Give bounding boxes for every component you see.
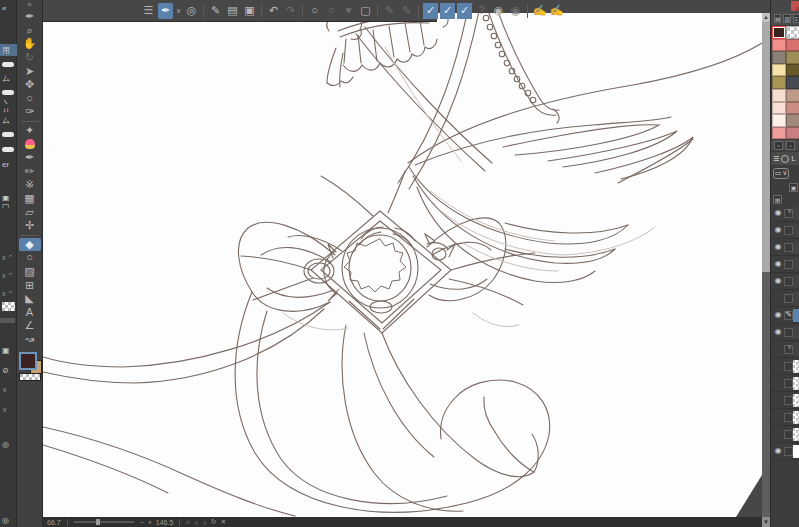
layer-row[interactable]: ◉ xyxy=(771,273,799,290)
view-control-icon[interactable]: ○ xyxy=(194,519,198,526)
redo-icon[interactable]: ↷ xyxy=(283,3,298,19)
marker-tool-icon[interactable]: ✒ xyxy=(19,10,41,24)
scroll-up-icon[interactable]: ▲ xyxy=(762,13,770,22)
layer-checkbox[interactable] xyxy=(784,243,793,252)
color-swatch[interactable] xyxy=(772,89,786,102)
color-swatch[interactable] xyxy=(786,39,799,52)
cropped-panel-fragment[interactable] xyxy=(0,300,17,312)
layer-checkbox[interactable] xyxy=(784,396,793,405)
layer-visibility-icon[interactable]: ◉ xyxy=(773,242,783,252)
pencil-tool-icon[interactable]: ✏ xyxy=(19,165,41,179)
hand-tool-icon[interactable]: ✋ xyxy=(19,37,41,51)
invert-selection-icon[interactable]: ♥ xyxy=(341,3,356,19)
color-swatch[interactable] xyxy=(772,76,786,89)
collapse-icon[interactable]: « xyxy=(27,0,31,10)
cropped-panel-fragment[interactable]: ◎ xyxy=(0,438,17,450)
layer-visibility-icon[interactable] xyxy=(773,378,783,388)
cropped-panel-fragment[interactable]: ∨ xyxy=(0,384,17,396)
color-swatch[interactable] xyxy=(786,76,799,89)
cropped-panel-fragment[interactable]: ▣ ▢ xyxy=(0,196,17,208)
layer-visibility-icon[interactable] xyxy=(773,293,783,303)
polyline-tool-icon[interactable]: ∠ xyxy=(19,319,41,333)
layer-visibility-icon[interactable]: ◉ xyxy=(773,259,783,269)
clear-outside-icon[interactable]: ✎ xyxy=(399,3,414,19)
cropped-panel-fragment[interactable]: « xyxy=(0,2,17,14)
wand-tool-icon[interactable]: ✦ xyxy=(19,124,41,138)
main-color-swatch[interactable] xyxy=(19,352,37,370)
ellipse-tool-icon[interactable]: ○ xyxy=(19,251,41,265)
layer-row[interactable] xyxy=(771,392,799,409)
save-file-icon[interactable]: ▣ xyxy=(242,3,257,19)
layer-row[interactable]: ◉∨ xyxy=(771,205,799,222)
layer-row[interactable]: ∨ xyxy=(771,341,799,358)
color-set-header-icon[interactable]: ▤ xyxy=(774,14,781,23)
tool-property-strip[interactable]: «用ムくりムer▣ ▢x ⌃x ⌃x ⌃▣⊘∨∨◎◎ xyxy=(0,0,17,527)
scroll-down-icon[interactable]: ▼ xyxy=(762,517,770,527)
tool-dropdown-icon[interactable]: ∨ xyxy=(175,3,182,19)
eyedropper-tool-icon[interactable]: ✑ xyxy=(19,105,41,119)
color-set-footer-icon[interactable]: ▫ xyxy=(786,141,795,150)
layer-row[interactable]: ◉ xyxy=(771,222,799,239)
register-icon[interactable]: ◎ xyxy=(184,3,199,19)
layer-row[interactable]: ◉ xyxy=(771,443,799,460)
layer-visibility-icon[interactable]: ◉ xyxy=(773,310,783,320)
layer-visibility-icon[interactable]: ◉ xyxy=(773,276,783,286)
view-control-icon[interactable]: ✕ xyxy=(221,518,227,526)
layer-row[interactable] xyxy=(771,358,799,375)
pen-tool-icon[interactable]: ✒ xyxy=(19,151,41,165)
rotate-view-tool-icon[interactable]: ↻ xyxy=(19,51,41,65)
view-control-icon[interactable]: ↻ xyxy=(211,518,217,526)
main-menu-icon[interactable]: ☰ xyxy=(141,3,156,19)
cropped-panel-fragment[interactable] xyxy=(0,143,17,155)
layer-visibility-icon[interactable]: ◉ xyxy=(773,327,783,337)
undo-icon[interactable]: ↶ xyxy=(266,3,281,19)
new-folder-icon[interactable]: ▣ xyxy=(789,183,798,192)
zoom-tool-icon[interactable]: ⌕ xyxy=(19,24,41,38)
custom-brush-tool-icon[interactable] xyxy=(19,137,41,151)
lasso-tool-icon[interactable]: ○ xyxy=(19,92,41,106)
cropped-panel-fragment[interactable] xyxy=(0,128,17,140)
eraser-tool-icon[interactable]: ▱ xyxy=(19,205,41,219)
gradient-tool-icon[interactable]: ▨ xyxy=(19,265,41,279)
canvas-vertical-scrollbar[interactable]: ▲ xyxy=(762,13,770,517)
clear-icon[interactable]: ✎ xyxy=(382,3,397,19)
layer-visibility-icon[interactable] xyxy=(773,395,783,405)
zoom-out-button[interactable]: − xyxy=(140,519,144,526)
layer-checkbox[interactable] xyxy=(784,430,793,439)
cropped-panel-fragment[interactable] xyxy=(0,58,17,70)
layer-visibility-icon[interactable] xyxy=(773,361,783,371)
layer-row[interactable]: ◉ xyxy=(771,324,799,341)
cropped-panel-fragment[interactable]: ◎ xyxy=(0,514,17,526)
cropped-panel-fragment[interactable] xyxy=(0,318,15,323)
layer-row[interactable] xyxy=(771,375,799,392)
scrollbar-thumb[interactable] xyxy=(762,22,770,272)
layer-visibility-icon[interactable]: ◉ xyxy=(773,208,783,218)
help-icon[interactable]: ? xyxy=(474,3,489,19)
zoom-slider[interactable] xyxy=(74,521,134,523)
layer-visibility-icon[interactable]: ◉ xyxy=(773,225,783,235)
canvas[interactable] xyxy=(43,13,762,517)
folder-chevron-icon[interactable]: ∨ xyxy=(787,207,792,215)
cropped-panel-fragment[interactable]: くり xyxy=(0,100,17,112)
fill-tool-icon[interactable]: ◣ xyxy=(19,292,41,306)
text-tool-icon[interactable]: A xyxy=(19,305,41,319)
layer-row[interactable]: ◉✎ xyxy=(771,307,799,324)
cropped-panel-fragment[interactable]: ム xyxy=(0,114,17,126)
new-file-icon[interactable]: ✎ xyxy=(208,3,223,19)
layer-checkbox[interactable] xyxy=(784,328,793,337)
blend-tool-icon[interactable]: ✢ xyxy=(19,219,41,233)
zoom-in-button[interactable]: + xyxy=(148,519,152,526)
cropped-panel-fragment[interactable]: ▣ xyxy=(0,344,17,356)
layer-visibility-icon[interactable] xyxy=(773,429,783,439)
layer-visibility-icon[interactable] xyxy=(773,344,783,354)
cropped-panel-fragment[interactable]: ⊘ xyxy=(0,364,17,376)
color-set-header[interactable]: ▤▥≡ xyxy=(771,12,799,25)
layer-panel-header[interactable]: ☰ L xyxy=(771,152,799,165)
layer-checkbox[interactable] xyxy=(784,413,793,422)
stream-line-tool-icon[interactable]: ↝ xyxy=(19,333,41,347)
view-a-icon[interactable]: ◉ xyxy=(491,3,506,19)
active-tool-icon[interactable]: ✒ xyxy=(158,3,173,19)
cropped-panel-fragment[interactable] xyxy=(0,86,17,98)
decoration-tool-icon[interactable]: ▦ xyxy=(19,192,41,206)
layer-menu-icon[interactable]: ☰ xyxy=(773,155,779,163)
